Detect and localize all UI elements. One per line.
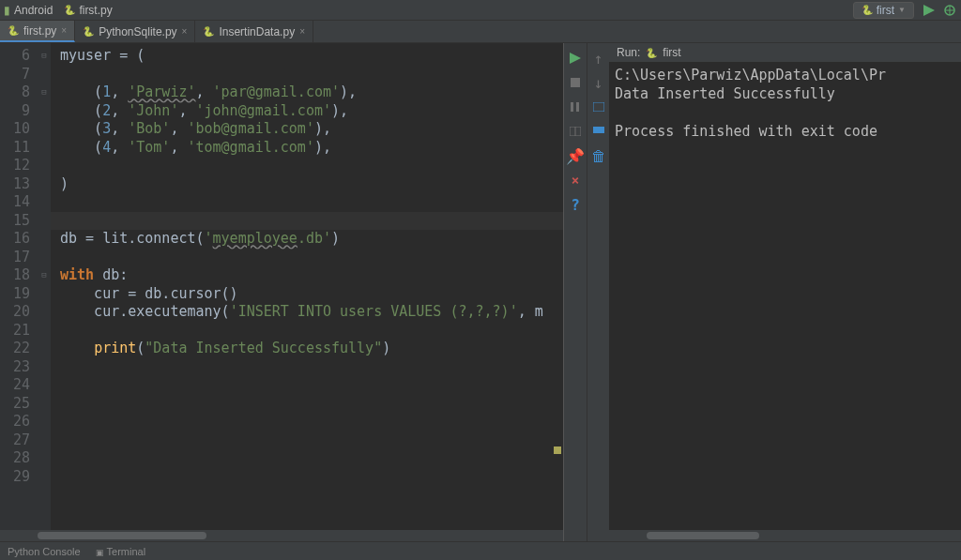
line-number: 11 bbox=[0, 139, 30, 158]
line-number: 20 bbox=[0, 303, 30, 322]
line-number: 18 bbox=[0, 266, 30, 285]
tab-first-py[interactable]: 🐍 first.py × bbox=[0, 21, 75, 42]
chevron-down-icon: ▼ bbox=[898, 6, 906, 14]
bottom-toolbar: Python Console ▣ Terminal bbox=[0, 541, 961, 560]
scrollbar-thumb[interactable] bbox=[38, 532, 206, 539]
close-icon[interactable]: × bbox=[182, 26, 188, 37]
python-console-tool[interactable]: Python Console bbox=[8, 546, 81, 557]
line-number: 28 bbox=[0, 449, 30, 468]
line-number: 14 bbox=[0, 193, 30, 212]
layout-button[interactable] bbox=[568, 124, 583, 139]
project-name[interactable]: ▮ Android bbox=[4, 4, 53, 17]
line-number: 6 bbox=[0, 47, 30, 66]
scrollbar-thumb[interactable] bbox=[647, 532, 759, 539]
terminal-tool[interactable]: ▣ Terminal bbox=[96, 546, 145, 557]
python-icon: 🐍 bbox=[8, 25, 19, 36]
console-output[interactable]: C:\Users\Parwiz\AppData\Local\Pr Data In… bbox=[609, 62, 961, 530]
line-number: 19 bbox=[0, 285, 30, 304]
line-number: 16 bbox=[0, 230, 30, 249]
up-button[interactable]: ↑ bbox=[591, 51, 606, 66]
python-icon: 🐍 bbox=[862, 5, 873, 15]
close-panel-button[interactable]: × bbox=[568, 173, 583, 188]
breadcrumb: ▮ Android 🐍 first.py bbox=[4, 4, 853, 17]
svg-marker-0 bbox=[923, 5, 935, 16]
tab-insertindata-py[interactable]: 🐍 InsertinData.py × bbox=[195, 21, 313, 42]
rerun-button[interactable] bbox=[568, 51, 583, 66]
svg-rect-10 bbox=[593, 102, 604, 112]
line-number: 12 bbox=[0, 157, 30, 175]
pause-button[interactable] bbox=[568, 99, 583, 114]
debug-button[interactable] bbox=[942, 3, 957, 18]
print-button[interactable] bbox=[591, 124, 606, 139]
code-area[interactable]: 6789101112131415161718192021222324252627… bbox=[0, 43, 563, 530]
run-toolbar-secondary: ↑ ↓ 🗑 bbox=[587, 43, 609, 541]
svg-rect-6 bbox=[571, 102, 573, 112]
wrap-button[interactable] bbox=[591, 99, 606, 114]
line-number: 7 bbox=[0, 66, 30, 84]
line-number: 13 bbox=[0, 175, 30, 194]
line-number: 29 bbox=[0, 468, 30, 487]
svg-marker-4 bbox=[570, 53, 581, 64]
line-number: 8 bbox=[0, 83, 30, 102]
help-button[interactable]: ? bbox=[568, 197, 583, 212]
line-number: 9 bbox=[0, 102, 30, 121]
svg-rect-5 bbox=[571, 78, 580, 87]
python-icon: 🐍 bbox=[83, 26, 94, 37]
current-file[interactable]: 🐍 first.py bbox=[64, 4, 112, 17]
svg-rect-11 bbox=[593, 127, 604, 133]
line-number: 17 bbox=[0, 249, 30, 267]
line-number: 26 bbox=[0, 413, 30, 431]
python-icon: 🐍 bbox=[64, 5, 75, 15]
line-number: 21 bbox=[0, 322, 30, 341]
stop-button[interactable] bbox=[568, 75, 583, 90]
run-config-selector[interactable]: 🐍 first ▼ bbox=[853, 2, 914, 19]
python-icon: 🐍 bbox=[203, 26, 214, 37]
line-gutter: 6789101112131415161718192021222324252627… bbox=[0, 43, 38, 530]
editor-tabs: 🐍 first.py × 🐍 PythonSqlite.py × 🐍 Inser… bbox=[0, 21, 961, 43]
run-toolbar-primary: 📌 × ? bbox=[564, 43, 587, 541]
down-button[interactable]: ↓ bbox=[591, 75, 606, 90]
line-number: 24 bbox=[0, 376, 30, 395]
close-icon[interactable]: × bbox=[299, 26, 305, 37]
run-panel: 📌 × ? ↑ ↓ 🗑 Run: 🐍 first C:\Users\Parwiz… bbox=[563, 43, 961, 541]
line-number: 15 bbox=[0, 212, 30, 231]
editor-pane: 6789101112131415161718192021222324252627… bbox=[0, 43, 563, 541]
python-icon: 🐍 bbox=[646, 48, 657, 58]
run-panel-header: Run: 🐍 first bbox=[609, 43, 961, 62]
console-scrollbar[interactable] bbox=[609, 530, 961, 541]
clear-button[interactable]: 🗑 bbox=[591, 148, 606, 163]
horizontal-scrollbar[interactable] bbox=[0, 530, 563, 541]
code-content[interactable]: myuser = ( (1, 'Parwiz', 'par@gmail.com'… bbox=[51, 43, 563, 530]
close-icon[interactable]: × bbox=[61, 25, 67, 36]
svg-rect-7 bbox=[576, 102, 579, 112]
line-number: 10 bbox=[0, 120, 30, 139]
tab-pythonsqlite-py[interactable]: 🐍 PythonSqlite.py × bbox=[75, 21, 195, 42]
top-bar: ▮ Android 🐍 first.py 🐍 first ▼ bbox=[0, 0, 961, 21]
run-button[interactable] bbox=[922, 3, 937, 18]
line-number: 27 bbox=[0, 431, 30, 450]
line-number: 25 bbox=[0, 395, 30, 414]
console-area: Run: 🐍 first C:\Users\Parwiz\AppData\Loc… bbox=[609, 43, 961, 541]
line-number: 22 bbox=[0, 340, 30, 358]
pin-button[interactable]: 📌 bbox=[568, 148, 583, 163]
line-number: 23 bbox=[0, 358, 30, 377]
fold-gutter: ⊟⊟⊟ bbox=[38, 43, 51, 530]
main-area: 6789101112131415161718192021222324252627… bbox=[0, 43, 961, 541]
